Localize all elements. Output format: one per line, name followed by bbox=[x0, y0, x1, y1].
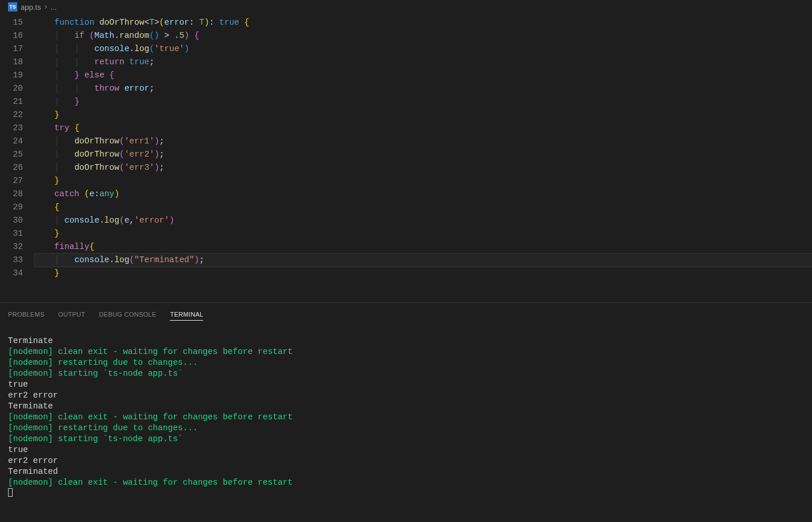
line-number: 15 bbox=[0, 16, 23, 29]
terminal-cursor[interactable] bbox=[8, 488, 804, 500]
line-number-gutter: 1516171819202122232425262728293031323334 bbox=[0, 14, 34, 302]
line-number: 34 bbox=[0, 267, 23, 280]
line-number: 19 bbox=[0, 69, 23, 82]
line-number: 33 bbox=[0, 254, 23, 267]
typescript-file-icon: TS bbox=[8, 2, 17, 11]
code-line[interactable]: │ if (Math.random() > .5) { bbox=[34, 29, 812, 42]
terminal-line: [nodemon] restarting due to changes... bbox=[8, 357, 804, 368]
code-line[interactable]: │ doOrThrow('err2'); bbox=[34, 148, 812, 161]
code-line[interactable]: catch (e:any) bbox=[34, 188, 812, 201]
bottom-panel: PROBLEMSOUTPUTDEBUG CONSOLETERMINAL Term… bbox=[0, 302, 812, 522]
panel-tab-debug-console[interactable]: DEBUG CONSOLE bbox=[99, 309, 157, 321]
code-line[interactable]: finally{ bbox=[34, 240, 812, 254]
terminal-output[interactable]: Terminate[nodemon] clean exit - waiting … bbox=[0, 321, 812, 500]
terminal-line: [nodemon] starting `ts-node app.ts` bbox=[8, 368, 804, 379]
line-number: 24 bbox=[0, 135, 23, 148]
code-line[interactable]: │ } bbox=[34, 95, 812, 108]
code-line[interactable]: │ console.log(e,'error') bbox=[34, 214, 812, 227]
line-number: 26 bbox=[0, 161, 23, 174]
code-line[interactable]: } bbox=[34, 174, 812, 188]
line-number: 29 bbox=[0, 201, 23, 214]
terminal-line: [nodemon] starting `ts-node app.ts` bbox=[8, 434, 804, 445]
code-line[interactable]: { bbox=[34, 201, 812, 214]
breadcrumb[interactable]: TS app.ts › ... bbox=[0, 0, 812, 14]
breadcrumb-file-name[interactable]: app.ts bbox=[21, 3, 41, 11]
code-line[interactable]: function doOrThrow<T>(error: T): true { bbox=[34, 16, 812, 29]
code-content[interactable]: function doOrThrow<T>(error: T): true { … bbox=[34, 14, 812, 302]
terminal-line: Terminated bbox=[8, 466, 804, 477]
terminal-line: Terminate bbox=[8, 401, 804, 412]
panel-tab-output[interactable]: OUTPUT bbox=[59, 309, 86, 321]
code-line[interactable]: │ console.log("Terminated"); bbox=[34, 254, 812, 267]
terminal-line: Terminate bbox=[8, 336, 804, 346]
code-line[interactable]: } bbox=[34, 227, 812, 240]
line-number: 32 bbox=[0, 240, 23, 254]
code-line[interactable]: │ doOrThrow('err3'); bbox=[34, 161, 812, 174]
terminal-line: [nodemon] clean exit - waiting for chang… bbox=[8, 412, 804, 423]
terminal-line: err2 error bbox=[8, 390, 804, 401]
panel-tab-terminal[interactable]: TERMINAL bbox=[170, 309, 203, 321]
terminal-line: true bbox=[8, 379, 804, 390]
terminal-line: [nodemon] restarting due to changes... bbox=[8, 423, 804, 434]
line-number: 17 bbox=[0, 42, 23, 56]
line-number: 27 bbox=[0, 174, 23, 188]
code-line[interactable]: } bbox=[34, 108, 812, 122]
code-line[interactable]: │ │ console.log('true') bbox=[34, 42, 812, 56]
code-line[interactable]: │ │ throw error; bbox=[34, 82, 812, 95]
line-number: 30 bbox=[0, 214, 23, 227]
code-line[interactable]: try { bbox=[34, 122, 812, 135]
code-editor[interactable]: 1516171819202122232425262728293031323334… bbox=[0, 14, 812, 302]
panel-tab-problems[interactable]: PROBLEMS bbox=[8, 309, 45, 321]
line-number: 21 bbox=[0, 95, 23, 108]
breadcrumb-trailing[interactable]: ... bbox=[50, 3, 57, 11]
code-line[interactable]: │ doOrThrow('err1'); bbox=[34, 135, 812, 148]
code-line[interactable]: } bbox=[34, 267, 812, 280]
line-number: 22 bbox=[0, 108, 23, 122]
line-number: 25 bbox=[0, 148, 23, 161]
terminal-line: err2 error bbox=[8, 455, 804, 466]
line-number: 18 bbox=[0, 56, 23, 69]
line-number: 20 bbox=[0, 82, 23, 95]
line-number: 23 bbox=[0, 122, 23, 135]
terminal-line: [nodemon] clean exit - waiting for chang… bbox=[8, 346, 804, 357]
code-line[interactable]: │ │ return true; bbox=[34, 56, 812, 69]
line-number: 31 bbox=[0, 227, 23, 240]
terminal-line: true bbox=[8, 445, 804, 455]
code-line[interactable]: │ } else { bbox=[34, 69, 812, 82]
panel-tab-bar: PROBLEMSOUTPUTDEBUG CONSOLETERMINAL bbox=[0, 303, 812, 321]
line-number: 28 bbox=[0, 188, 23, 201]
terminal-line: [nodemon] clean exit - waiting for chang… bbox=[8, 477, 804, 488]
line-number: 16 bbox=[0, 29, 23, 42]
chevron-right-icon: › bbox=[44, 2, 47, 11]
